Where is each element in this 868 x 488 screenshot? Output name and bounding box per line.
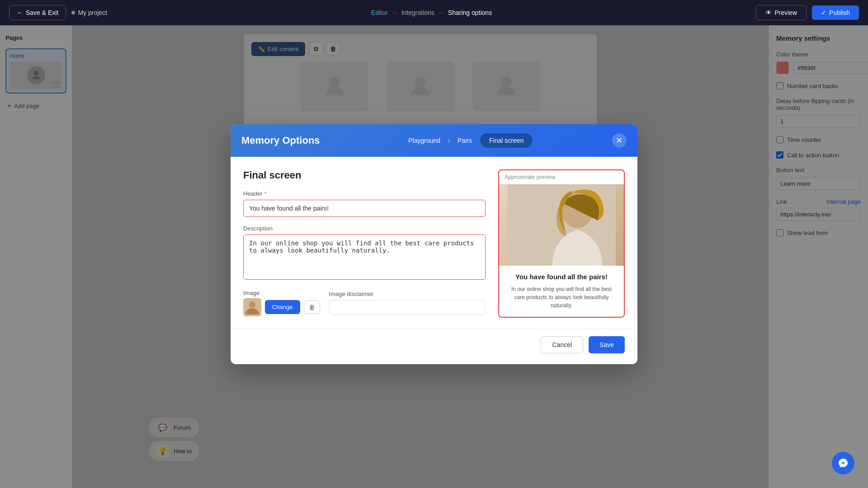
messenger-fab[interactable]	[832, 452, 854, 474]
image-controls: Change 🗑	[243, 298, 320, 316]
preview-heading: You have found all the pairs!	[506, 273, 617, 281]
editor-link[interactable]: Editor	[371, 9, 388, 16]
modal-header: Memory Options Playground › Pairs › Fina…	[231, 124, 637, 157]
image-row: Image Change 🗑	[243, 290, 486, 316]
header-label-text: Header	[243, 190, 263, 197]
project-name-label: My project	[78, 9, 107, 16]
change-image-button[interactable]: Change	[265, 300, 300, 314]
arrow-icon-2: →	[438, 9, 444, 16]
preview-text: In our online shop you will find all the…	[506, 285, 617, 310]
header-label: Header *	[243, 190, 486, 197]
step-final-screen-label: Final screen	[489, 137, 524, 144]
arrow-icon-1: →	[392, 9, 398, 16]
description-label: Description	[243, 225, 486, 232]
cancel-button[interactable]: Cancel	[541, 336, 583, 353]
step-pairs-label: Pairs	[458, 137, 472, 144]
modal-section-title: Final screen	[243, 169, 486, 181]
preview-box: Approximate preview	[498, 169, 625, 318]
preview-image	[499, 184, 624, 266]
preview-label: Approximate preview	[499, 170, 624, 184]
top-navigation: ← Save & Exit My project Editor → Integr…	[0, 0, 868, 25]
disclaimer-input[interactable]	[329, 300, 486, 315]
nav-left: ← Save & Exit My project	[9, 5, 107, 20]
header-field: Header *	[243, 190, 486, 217]
status-dot	[71, 11, 75, 14]
check-icon: ✓	[821, 9, 826, 16]
sharing-options-link[interactable]: Sharing options	[448, 9, 492, 16]
step-pairs[interactable]: Pairs	[448, 133, 481, 148]
preview-button[interactable]: 👁 Preview	[756, 5, 807, 20]
eye-icon: 👁	[765, 9, 772, 16]
save-exit-button[interactable]: ← Save & Exit	[9, 5, 66, 20]
step-final-screen[interactable]: Final screen	[480, 133, 533, 148]
project-name: My project	[71, 9, 107, 16]
preview-panel: Approximate preview	[498, 169, 625, 318]
modal-close-button[interactable]: ✕	[612, 133, 627, 148]
integrations-link[interactable]: Integrations	[401, 9, 434, 16]
step-playground-label: Playground	[408, 137, 440, 144]
publish-button[interactable]: ✓ Publish	[812, 5, 859, 20]
disclaimer-label: Image disclaimer	[329, 291, 486, 297]
memory-options-modal: Memory Options Playground › Pairs › Fina…	[231, 124, 637, 364]
preview-label: Preview	[774, 9, 797, 16]
modal-title: Memory Options	[241, 135, 320, 146]
image-thumbnail	[243, 298, 261, 316]
modal-steps: Playground › Pairs › Final screen	[399, 133, 533, 148]
nav-right: 👁 Preview ✓ Publish	[756, 5, 859, 20]
delete-image-button[interactable]: 🗑	[304, 300, 320, 314]
modal-form: Final screen Header * Description Image	[243, 169, 486, 318]
image-section: Image Change 🗑	[243, 290, 320, 316]
arrow-left-icon: ←	[17, 9, 23, 16]
step-playground[interactable]: Playground	[399, 133, 449, 148]
publish-label: Publish	[829, 9, 850, 16]
image-label: Image	[243, 290, 320, 296]
svg-point-4	[249, 301, 255, 308]
nav-breadcrumb: Editor → Integrations → Sharing options	[371, 9, 492, 16]
preview-content: You have found all the pairs! In our onl…	[499, 266, 624, 317]
modal-footer: Cancel Save	[231, 328, 637, 364]
description-textarea[interactable]	[243, 235, 486, 280]
modal-body: Final screen Header * Description Image	[231, 157, 637, 328]
modal-overlay: Memory Options Playground › Pairs › Fina…	[0, 0, 868, 488]
required-star: *	[264, 190, 267, 197]
disclaimer-section: Image disclaimer	[329, 291, 486, 315]
save-exit-label: Save & Exit	[26, 9, 58, 16]
save-button[interactable]: Save	[589, 336, 625, 353]
description-field: Description	[243, 225, 486, 282]
header-input[interactable]	[243, 200, 486, 217]
